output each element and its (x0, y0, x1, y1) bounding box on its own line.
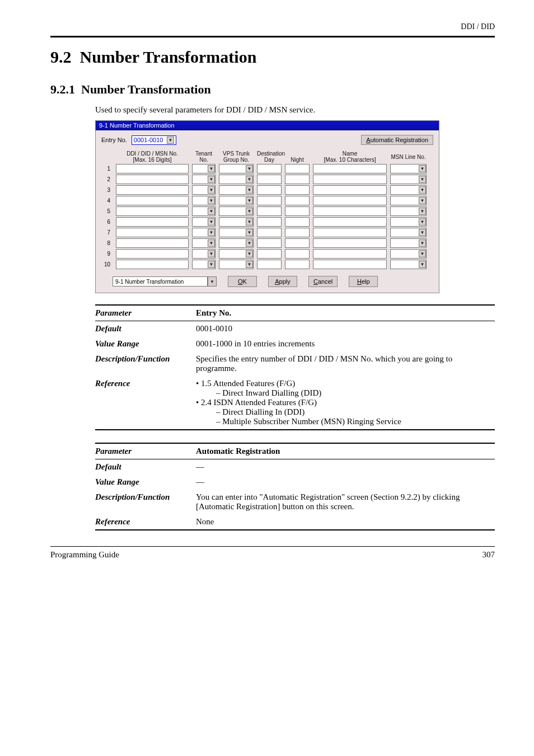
chevron-down-icon[interactable]: ▼ (246, 229, 253, 236)
dest-night-input[interactable] (285, 175, 310, 184)
chevron-down-icon[interactable]: ▼ (208, 197, 215, 204)
dest-day-input[interactable] (257, 238, 282, 248)
cancel-button[interactable]: Cancel (308, 276, 338, 287)
chevron-down-icon[interactable]: ▼ (419, 186, 426, 194)
chevron-down-icon[interactable]: ▼ (246, 197, 253, 204)
chevron-down-icon[interactable]: ▼ (208, 240, 215, 247)
tenant-select[interactable]: ▼ (192, 206, 216, 216)
tenant-select[interactable]: ▼ (192, 249, 216, 259)
vps-select[interactable]: ▼ (219, 206, 254, 216)
ddi-input[interactable] (116, 217, 189, 227)
chevron-down-icon[interactable]: ▼ (167, 137, 174, 144)
chevron-down-icon[interactable]: ▼ (419, 240, 426, 247)
tenant-select[interactable]: ▼ (192, 238, 216, 248)
chevron-down-icon[interactable]: ▼ (208, 165, 215, 172)
chevron-down-icon[interactable]: ▼ (419, 165, 426, 172)
dest-day-input[interactable] (257, 249, 282, 259)
chevron-down-icon[interactable]: ▼ (419, 176, 426, 183)
dest-day-input[interactable] (257, 185, 282, 195)
dest-night-input[interactable] (285, 185, 310, 195)
chevron-down-icon[interactable]: ▼ (246, 208, 253, 215)
msn-select[interactable]: ▼ (390, 164, 427, 173)
vps-select[interactable]: ▼ (219, 185, 254, 195)
chevron-down-icon[interactable]: ▼ (208, 186, 215, 194)
name-input[interactable] (313, 164, 387, 173)
msn-select[interactable]: ▼ (390, 249, 427, 259)
vps-select[interactable]: ▼ (219, 196, 254, 205)
entry-no-select[interactable]: 0001-0010 ▼ (132, 135, 176, 145)
chevron-down-icon[interactable]: ▼ (208, 276, 217, 287)
vps-select[interactable]: ▼ (219, 217, 254, 227)
chevron-down-icon[interactable]: ▼ (208, 218, 215, 226)
name-input[interactable] (313, 217, 387, 227)
name-input[interactable] (313, 175, 387, 184)
tenant-select[interactable]: ▼ (192, 228, 216, 237)
chevron-down-icon[interactable]: ▼ (419, 197, 426, 204)
tenant-select[interactable]: ▼ (192, 185, 216, 195)
dest-day-input[interactable] (257, 164, 282, 173)
chevron-down-icon[interactable]: ▼ (208, 208, 215, 215)
msn-select[interactable]: ▼ (390, 175, 427, 184)
dest-day-input[interactable] (257, 228, 282, 237)
tenant-select[interactable]: ▼ (192, 175, 216, 184)
help-button[interactable]: Help (349, 276, 378, 287)
chevron-down-icon[interactable]: ▼ (208, 176, 215, 183)
msn-select[interactable]: ▼ (390, 217, 427, 227)
name-input[interactable] (313, 185, 387, 195)
tenant-select[interactable]: ▼ (192, 164, 216, 173)
dest-night-input[interactable] (285, 228, 310, 237)
apply-button[interactable]: Apply (268, 276, 297, 287)
chevron-down-icon[interactable]: ▼ (246, 176, 253, 183)
dest-night-input[interactable] (285, 238, 310, 248)
dest-day-input[interactable] (257, 196, 282, 205)
dest-day-input[interactable] (257, 175, 282, 184)
name-input[interactable] (313, 196, 387, 205)
name-input[interactable] (313, 260, 387, 269)
ddi-input[interactable] (116, 228, 189, 237)
ddi-input[interactable] (116, 249, 189, 259)
chevron-down-icon[interactable]: ▼ (419, 261, 426, 268)
chevron-down-icon[interactable]: ▼ (246, 165, 253, 172)
msn-select[interactable]: ▼ (390, 206, 427, 216)
chevron-down-icon[interactable]: ▼ (208, 261, 215, 268)
chevron-down-icon[interactable]: ▼ (246, 261, 253, 268)
automatic-registration-button[interactable]: Automatic Registration (361, 135, 433, 145)
vps-select[interactable]: ▼ (219, 249, 254, 259)
msn-select[interactable]: ▼ (390, 196, 427, 205)
tenant-select[interactable]: ▼ (192, 217, 216, 227)
dest-day-input[interactable] (257, 217, 282, 227)
dest-night-input[interactable] (285, 164, 310, 173)
ddi-input[interactable] (116, 260, 189, 269)
dest-day-input[interactable] (257, 206, 282, 216)
vps-select[interactable]: ▼ (219, 260, 254, 269)
name-input[interactable] (313, 206, 387, 216)
dest-day-input[interactable] (257, 260, 282, 269)
ok-button[interactable]: OK (228, 276, 257, 287)
chevron-down-icon[interactable]: ▼ (208, 250, 215, 257)
name-input[interactable] (313, 249, 387, 259)
vps-select[interactable]: ▼ (219, 175, 254, 184)
dest-night-input[interactable] (285, 206, 310, 216)
chevron-down-icon[interactable]: ▼ (246, 218, 253, 226)
msn-select[interactable]: ▼ (390, 260, 427, 269)
vps-select[interactable]: ▼ (219, 164, 254, 173)
chevron-down-icon[interactable]: ▼ (419, 229, 426, 236)
ddi-input[interactable] (116, 175, 189, 184)
tenant-select[interactable]: ▼ (192, 260, 216, 269)
ddi-input[interactable] (116, 164, 189, 173)
msn-select[interactable]: ▼ (390, 228, 427, 237)
page-nav[interactable]: 9-1 Number Transformation ▼ (113, 276, 217, 287)
dest-night-input[interactable] (285, 260, 310, 269)
dest-night-input[interactable] (285, 196, 310, 205)
chevron-down-icon[interactable]: ▼ (246, 240, 253, 247)
chevron-down-icon[interactable]: ▼ (419, 250, 426, 257)
msn-select[interactable]: ▼ (390, 185, 427, 195)
chevron-down-icon[interactable]: ▼ (246, 250, 253, 257)
dest-night-input[interactable] (285, 217, 310, 227)
vps-select[interactable]: ▼ (219, 228, 254, 237)
ddi-input[interactable] (116, 206, 189, 216)
msn-select[interactable]: ▼ (390, 238, 427, 248)
ddi-input[interactable] (116, 196, 189, 205)
chevron-down-icon[interactable]: ▼ (208, 229, 215, 236)
vps-select[interactable]: ▼ (219, 238, 254, 248)
